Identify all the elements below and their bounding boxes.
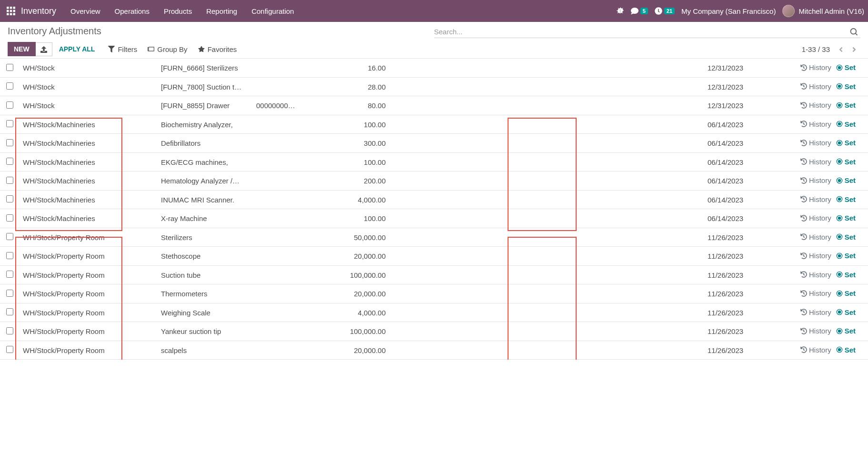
date-cell[interactable]: 12/31/2023 [704,77,785,96]
quantity-cell[interactable]: 28.00 [309,77,405,96]
row-checkbox[interactable] [6,177,13,184]
set-button[interactable]: Set [836,63,856,71]
product-cell[interactable]: [FURN_6666] Sterilizers [157,59,252,78]
table-row[interactable]: WH/Stock/MachineriesX-ray Machine100.000… [0,209,868,228]
history-button[interactable]: History [800,214,831,222]
nav-item-products[interactable]: Products [158,4,198,18]
date-cell[interactable]: 06/14/2023 [704,134,785,153]
set-button[interactable]: Set [836,82,856,91]
lot-cell[interactable] [252,284,309,303]
date-cell[interactable]: 11/26/2023 [704,247,785,266]
row-checkbox[interactable] [6,290,13,297]
company-switcher[interactable]: My Company (San Francisco) [681,7,776,15]
table-row[interactable]: WH/Stock/Property RoomThermometers20,000… [0,284,868,303]
history-button[interactable]: History [800,82,831,91]
location-cell[interactable]: WH/Stock/Property Room [19,303,157,322]
pager-prev[interactable] [835,44,847,54]
nav-item-reporting[interactable]: Reporting [200,4,243,18]
history-button[interactable]: History [800,289,831,297]
row-checkbox[interactable] [6,346,13,353]
quantity-cell[interactable]: 20,000.00 [309,284,405,303]
table-row[interactable]: WH/Stock[FURN_7800] Suction t…28.0012/31… [0,77,868,96]
row-checkbox[interactable] [6,64,13,71]
product-cell[interactable]: INUMAC MRI Scanner. [157,190,252,209]
product-cell[interactable]: Stethoscope [157,247,252,266]
date-cell[interactable]: 11/26/2023 [704,228,785,247]
product-cell[interactable]: Biochemistry Analyzer, [157,115,252,134]
history-button[interactable]: History [800,158,831,166]
product-cell[interactable]: Thermometers [157,284,252,303]
lot-cell[interactable] [252,247,309,266]
lot-cell[interactable] [252,190,309,209]
product-cell[interactable]: EKG/ECG machines, [157,152,252,171]
nav-item-overview[interactable]: Overview [65,4,106,18]
row-checkbox[interactable] [6,158,13,165]
quantity-cell[interactable]: 100,000.00 [309,322,405,341]
lot-cell[interactable] [252,322,309,341]
row-checkbox[interactable] [6,101,13,109]
row-checkbox[interactable] [6,252,13,259]
history-button[interactable]: History [800,233,831,241]
set-button[interactable]: Set [836,101,856,109]
quantity-cell[interactable]: 100,000.00 [309,265,405,284]
row-checkbox[interactable] [6,195,13,202]
lot-cell[interactable] [252,59,309,78]
history-button[interactable]: History [800,271,831,279]
quantity-cell[interactable]: 4,000.00 [309,303,405,322]
row-checkbox[interactable] [6,214,13,222]
lot-cell[interactable] [252,152,309,171]
new-button[interactable]: NEW [8,42,36,56]
apply-all-button[interactable]: APPLY ALL [52,42,102,56]
filters-dropdown[interactable]: Filters [108,45,137,53]
date-cell[interactable]: 06/14/2023 [704,209,785,228]
search-input[interactable] [434,28,848,36]
set-button[interactable]: Set [836,327,856,335]
table-row[interactable]: WH/Stock/Property RoomStethoscope20,000.… [0,247,868,266]
history-button[interactable]: History [800,101,831,109]
table-row[interactable]: WH/Stock/Property RoomYankeur suction ti… [0,322,868,341]
row-checkbox[interactable] [6,120,13,127]
location-cell[interactable]: WH/Stock/Property Room [19,228,157,247]
product-cell[interactable]: scalpels [157,341,252,360]
set-button[interactable]: Set [836,158,856,166]
nav-item-configuration[interactable]: Configuration [246,4,299,18]
location-cell[interactable]: WH/Stock/Property Room [19,284,157,303]
row-checkbox[interactable] [6,327,13,334]
location-cell[interactable]: WH/Stock/Machineries [19,209,157,228]
set-button[interactable]: Set [836,176,856,184]
quantity-cell[interactable]: 16.00 [309,59,405,78]
set-button[interactable]: Set [836,195,856,203]
table-row[interactable]: WH/Stock/Property Roomscalpels20,000.001… [0,341,868,360]
lot-cell[interactable] [252,265,309,284]
row-checkbox[interactable] [6,271,13,278]
table-row[interactable]: WH/Stock[FURN_6666] Sterilizers16.0012/3… [0,59,868,78]
row-checkbox[interactable] [6,139,13,146]
date-cell[interactable]: 12/31/2023 [704,59,785,78]
location-cell[interactable]: WH/Stock/Machineries [19,134,157,153]
date-cell[interactable]: 11/26/2023 [704,341,785,360]
product-cell[interactable]: Hematology Analyzer /… [157,171,252,191]
location-cell[interactable]: WH/Stock/Machineries [19,190,157,209]
lot-cell[interactable] [252,171,309,191]
messages-icon[interactable]: 5 [631,7,648,15]
activities-icon[interactable]: 21 [655,7,675,15]
location-cell[interactable]: WH/Stock/Property Room [19,322,157,341]
date-cell[interactable]: 11/26/2023 [704,303,785,322]
set-button[interactable]: Set [836,139,856,147]
date-cell[interactable]: 11/26/2023 [704,322,785,341]
table-row[interactable]: WH/Stock/Property RoomSterilizers50,000.… [0,228,868,247]
lot-cell[interactable] [252,341,309,360]
lot-cell[interactable] [252,77,309,96]
quantity-cell[interactable]: 20,000.00 [309,341,405,360]
location-cell[interactable]: WH/Stock/Property Room [19,247,157,266]
set-button[interactable]: Set [836,120,856,128]
favorites-dropdown[interactable]: Favorites [198,45,237,53]
history-button[interactable]: History [800,327,831,335]
product-cell[interactable]: Weighing Scale [157,303,252,322]
quantity-cell[interactable]: 80.00 [309,96,405,115]
set-button[interactable]: Set [836,346,856,354]
quantity-cell[interactable]: 100.00 [309,115,405,134]
location-cell[interactable]: WH/Stock/Machineries [19,171,157,191]
table-row[interactable]: WH/Stock/MachineriesHematology Analyzer … [0,171,868,191]
date-cell[interactable]: 06/14/2023 [704,115,785,134]
